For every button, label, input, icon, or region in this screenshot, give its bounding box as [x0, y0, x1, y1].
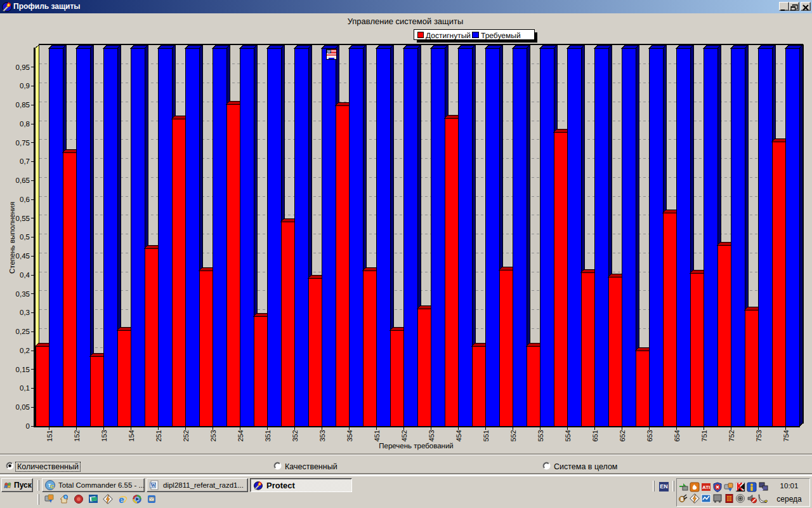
- svg-text:0,5: 0,5: [20, 234, 30, 241]
- svg-text:C: C: [51, 484, 55, 490]
- svg-text:Перечень требований: Перечень требований: [379, 443, 453, 450]
- svg-text:754: 754: [783, 430, 790, 441]
- svg-text:0,8: 0,8: [20, 121, 30, 128]
- svg-text:354: 354: [346, 430, 354, 441]
- svg-text:0,55: 0,55: [16, 215, 30, 223]
- svg-text:753: 753: [756, 430, 763, 441]
- svg-text:0,35: 0,35: [16, 291, 30, 298]
- svg-text:Управление системой защиты: Управление системой защиты: [348, 17, 464, 26]
- svg-text:551: 551: [483, 430, 490, 441]
- svg-text:0: 0: [26, 423, 30, 431]
- svg-text:0,3: 0,3: [20, 309, 30, 317]
- svg-text:153: 153: [101, 430, 108, 441]
- svg-text:0,95: 0,95: [16, 64, 30, 72]
- svg-text:654: 654: [674, 430, 681, 441]
- svg-text:9: 9: [65, 495, 67, 499]
- svg-text:552: 552: [510, 430, 518, 441]
- svg-text:151: 151: [46, 430, 54, 441]
- svg-text:553: 553: [537, 430, 545, 441]
- svg-text:451: 451: [374, 430, 381, 441]
- svg-text:352: 352: [292, 430, 299, 441]
- svg-text:0,2: 0,2: [20, 347, 30, 355]
- svg-text:0,75: 0,75: [16, 140, 30, 147]
- svg-text:Степень выполнения: Степень выполнения: [9, 202, 16, 274]
- svg-text:554: 554: [565, 430, 572, 441]
- svg-text:Требуемый: Требуемый: [481, 31, 521, 40]
- svg-text:453: 453: [428, 430, 436, 441]
- svg-text:0,25: 0,25: [16, 328, 30, 336]
- svg-text:0,9: 0,9: [20, 83, 30, 90]
- svg-text:0,4: 0,4: [20, 272, 30, 279]
- svg-text:0,05: 0,05: [16, 404, 30, 411]
- svg-text:452: 452: [401, 430, 409, 441]
- svg-text:751: 751: [701, 430, 709, 441]
- svg-text:0,15: 0,15: [16, 366, 30, 374]
- svg-text:454: 454: [455, 430, 463, 441]
- svg-text:351: 351: [265, 430, 272, 441]
- svg-text:254: 254: [237, 430, 245, 441]
- svg-text:752: 752: [728, 430, 736, 441]
- svg-text:651: 651: [592, 430, 599, 441]
- svg-text:0,85: 0,85: [16, 102, 30, 109]
- svg-text:251: 251: [155, 430, 163, 441]
- svg-text:353: 353: [319, 430, 327, 441]
- svg-text:W: W: [151, 483, 156, 488]
- svg-text:253: 253: [210, 430, 218, 441]
- svg-text:Достигнутый: Достигнутый: [426, 31, 471, 40]
- svg-text:0,6: 0,6: [20, 196, 30, 204]
- svg-text:0,45: 0,45: [16, 253, 30, 260]
- svg-text:ATI: ATI: [702, 485, 710, 490]
- svg-text:154: 154: [128, 430, 136, 441]
- svg-text:e: e: [119, 494, 124, 504]
- svg-text:0,7: 0,7: [20, 158, 30, 166]
- svg-text:652: 652: [619, 430, 627, 441]
- svg-text:252: 252: [183, 430, 190, 441]
- svg-text:653: 653: [646, 430, 654, 441]
- svg-text:0,1: 0,1: [20, 385, 30, 392]
- svg-text:152: 152: [74, 430, 81, 441]
- svg-text:0,65: 0,65: [16, 177, 30, 185]
